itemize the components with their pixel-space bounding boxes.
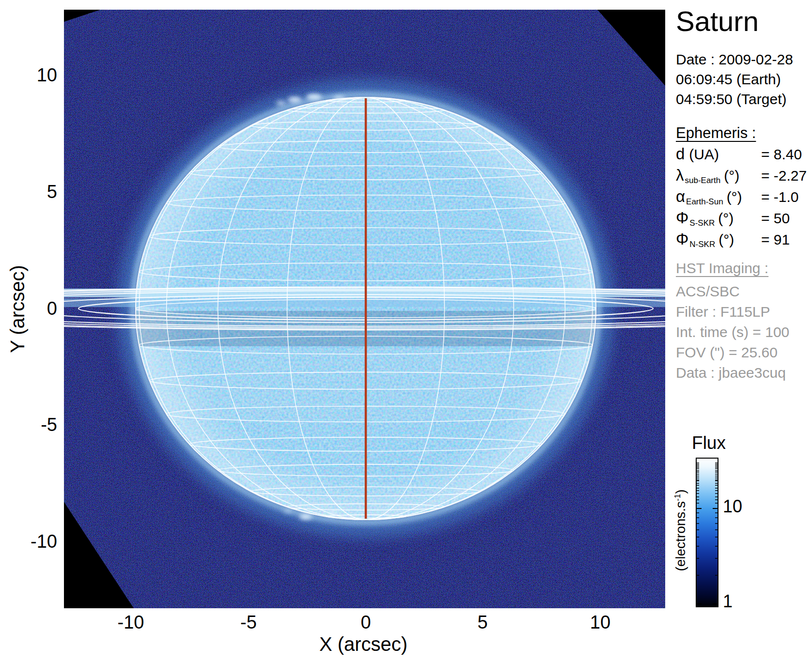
hst-int-time: Int. time (s) = 100: [676, 322, 789, 342]
ephemeris-row-s-skr-phase: ΦS-SKR(°) = 50: [676, 209, 812, 230]
y-tick-10: 10: [10, 65, 57, 85]
colorbar-gradient: [696, 458, 718, 607]
y-tick-m10: -10: [10, 531, 57, 552]
y-axis-label: Y (arcsec): [7, 251, 28, 367]
ephemeris-row-subearth-lat: λsub-Earth(°) = -2.27: [676, 166, 812, 187]
y-tick-m5: -5: [10, 415, 57, 435]
colorbar-tick-10: 10: [723, 496, 742, 517]
colorbar-tick-1: 1: [723, 591, 733, 612]
hst-fov: FOV (") = 25.60: [676, 342, 789, 363]
colorbar: [696, 458, 718, 607]
page-title: Saturn: [676, 5, 759, 37]
x-tick-0: 0: [332, 612, 400, 632]
colorbar-unit-label: (electrons.s-1): [673, 472, 689, 588]
colorbar-title: Flux: [677, 433, 740, 453]
ephemeris-heading: Ephemeris :: [676, 124, 756, 142]
x-tick-m10: -10: [97, 612, 165, 632]
ephemeris-row-phase-angle: αEarth-Sun(°) = -1.0: [676, 187, 812, 209]
ephemeris-row-distance: d(UA) = 8.40: [676, 145, 812, 166]
ephemeris-table: d(UA) = 8.40 λsub-Earth(°) = -2.27 αEart…: [676, 145, 812, 251]
hst-imaging-block: ACS/SBC Filter : F115LP Int. time (s) = …: [676, 281, 789, 383]
x-axis-label: X (arcsec): [291, 633, 436, 655]
date-block: Date : 2009-02-28 06:09:45 (Earth) 04:59…: [676, 49, 793, 109]
earth-time-line: 06:09:45 (Earth): [676, 69, 793, 89]
ephemeris-row-n-skr-phase: ΦN-SKR(°) = 91: [676, 230, 812, 251]
figure-canvas: 10 5 0 -5 -10 -10 -5 0 5 10 Y (arcsec) X…: [0, 0, 812, 662]
hst-instrument: ACS/SBC: [676, 281, 789, 302]
saturn-image: [64, 10, 665, 608]
image-plot: [64, 10, 665, 608]
x-tick-m5: -5: [215, 612, 282, 632]
x-tick-10: 10: [566, 612, 634, 632]
hst-filter: Filter : F115LP: [676, 302, 789, 322]
y-tick-5: 5: [10, 182, 57, 202]
x-tick-5: 5: [449, 612, 516, 632]
hst-data-id: Data : jbaee3cuq: [676, 363, 789, 383]
target-time-line: 04:59:50 (Target): [676, 89, 793, 109]
date-line: Date : 2009-02-28: [676, 49, 793, 69]
hst-imaging-heading: HST Imaging :: [676, 260, 768, 277]
